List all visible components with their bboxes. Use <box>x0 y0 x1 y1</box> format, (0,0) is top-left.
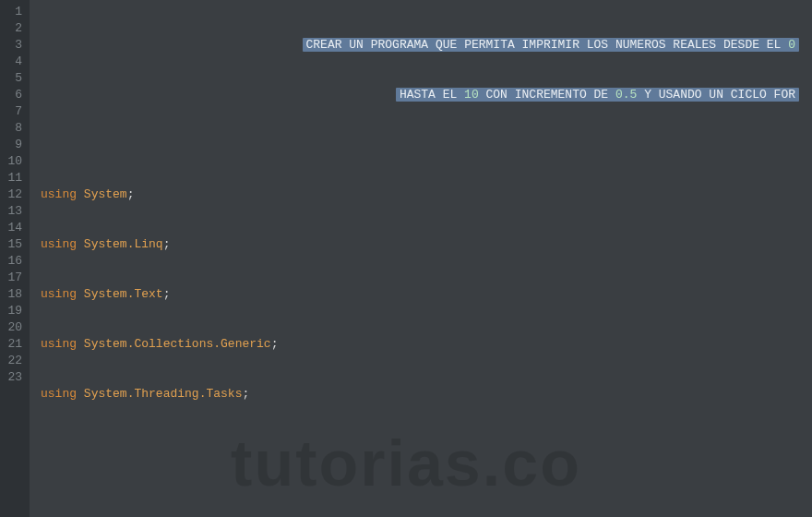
line-number: 11 <box>4 170 22 186</box>
line-number: 21 <box>4 336 22 353</box>
line-number: 15 <box>4 236 22 253</box>
line-number: 3 <box>4 37 22 54</box>
comment-highlight: HASTA EL 10 CON INCREMENTO DE 0.5 Y USAN… <box>396 88 799 102</box>
line-number: 6 <box>4 87 22 103</box>
line-number: 19 <box>4 303 22 319</box>
line-number: 23 <box>4 369 22 386</box>
code-line[interactable]: using System.Text; <box>41 286 812 303</box>
line-gutter: 1 2 3 4 5 6 7 8 9 10 11 12 13 14 15 16 1… <box>0 0 30 517</box>
line-number: 16 <box>4 253 22 270</box>
code-line[interactable]: HASTA EL 10 CON INCREMENTO DE 0.5 Y USAN… <box>41 87 812 103</box>
line-number: 2 <box>4 20 22 37</box>
line-number: 9 <box>4 137 22 153</box>
line-number: 17 <box>4 270 22 286</box>
line-number: 20 <box>4 319 22 336</box>
line-number: 5 <box>4 70 22 87</box>
code-editor: 1 2 3 4 5 6 7 8 9 10 11 12 13 14 15 16 1… <box>0 0 812 517</box>
line-number: 22 <box>4 353 22 369</box>
code-line[interactable]: using System.Collections.Generic; <box>41 336 812 353</box>
code-line[interactable] <box>41 436 812 452</box>
code-line[interactable]: using System.Linq; <box>41 236 812 253</box>
line-number: 14 <box>4 220 22 236</box>
comment-highlight: CREAR UN PROGRAMA QUE PERMITA IMPRIMIR L… <box>303 38 800 52</box>
line-number: 18 <box>4 286 22 303</box>
line-number: 8 <box>4 120 22 137</box>
line-number: 12 <box>4 186 22 203</box>
code-line[interactable] <box>41 137 812 153</box>
code-line[interactable] <box>41 486 812 502</box>
code-line[interactable]: using System; <box>41 186 812 203</box>
line-number: 1 <box>4 4 22 20</box>
line-number: 4 <box>4 54 22 70</box>
line-number: 13 <box>4 203 22 220</box>
code-line[interactable]: using System.Threading.Tasks; <box>41 386 812 403</box>
line-number: 10 <box>4 153 22 170</box>
code-line[interactable]: CREAR UN PROGRAMA QUE PERMITA IMPRIMIR L… <box>41 37 812 54</box>
line-number: 7 <box>4 103 22 120</box>
code-area[interactable]: CREAR UN PROGRAMA QUE PERMITA IMPRIMIR L… <box>30 0 812 517</box>
